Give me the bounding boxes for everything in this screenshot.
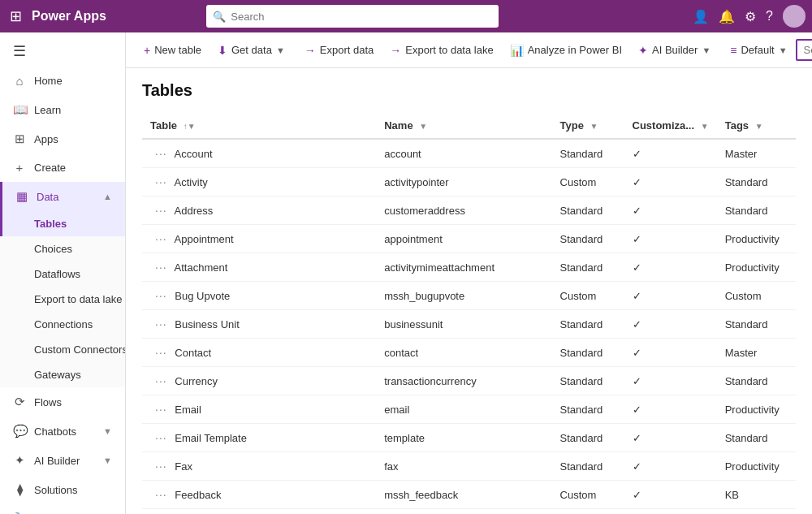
cell-type: Standard [552, 310, 624, 339]
table-row: ··· AppointmentappointmentStandard✓Produ… [142, 225, 796, 253]
sidebar-item-apps[interactable]: ⊞ Apps [0, 124, 125, 153]
apps-icon: ⊞ [13, 132, 26, 146]
sidebar-toggle[interactable]: ☰ [0, 36, 125, 67]
col-header-tags[interactable]: Tags ▼ [717, 113, 796, 139]
cell-tags: Standard [717, 310, 796, 339]
row-menu-button[interactable]: ··· [150, 231, 172, 247]
sidebar-item-gateways[interactable]: Gateways [0, 362, 125, 387]
cell-tags: KB [717, 481, 796, 509]
cell-table-name: ··· Email [142, 395, 376, 424]
sidebar-item-create[interactable]: + Create [0, 153, 125, 182]
cell-tags: Productivity [717, 253, 796, 282]
cell-table-name: ··· Bug Upvote [142, 282, 376, 310]
row-menu-button[interactable]: ··· [150, 259, 172, 275]
row-menu-button[interactable]: ··· [150, 316, 172, 332]
custom-connectors-label: Custom Connectors [34, 343, 126, 356]
new-table-icon: + [144, 44, 150, 57]
row-menu-button[interactable]: ··· [150, 430, 172, 446]
cell-type: Standard [552, 395, 624, 424]
export-data-label: Export data [320, 44, 374, 56]
export-data-button[interactable]: → Export data [296, 40, 382, 61]
row-menu-button[interactable]: ··· [150, 401, 172, 417]
cell-type: Standard [552, 452, 624, 481]
row-menu-button[interactable]: ··· [150, 373, 172, 389]
ai-builder-toolbar-button[interactable]: ✦ AI Builder ▼ [630, 40, 719, 61]
sidebar-item-learn[interactable]: 📖 Learn [0, 95, 125, 124]
notification-icon[interactable]: 🔔 [719, 9, 735, 24]
data-sub-menu: Tables Choices Dataflows Export to data … [0, 211, 125, 387]
power-bi-icon: 📊 [510, 44, 524, 57]
cell-tags: Productivity [717, 395, 796, 424]
row-menu-button[interactable]: ··· [150, 287, 172, 304]
row-menu-button[interactable]: ··· [150, 458, 172, 474]
top-navigation: ⊞ Power Apps 🔍 👤 🔔 ⚙ ? [0, 0, 812, 32]
cell-customizable: ✓ [624, 253, 717, 282]
sidebar-item-dataflows[interactable]: Dataflows [0, 261, 125, 287]
sidebar-label-flows: Flows [34, 396, 62, 408]
cell-tags: Productivity [717, 452, 796, 481]
check-icon: ✓ [633, 261, 641, 274]
export-data-lake-button[interactable]: → Export to data lake [382, 40, 501, 61]
sidebar-item-devtools[interactable]: 🔧 DevTools ▼ [0, 504, 125, 514]
sort-type-icon: ▼ [590, 122, 598, 131]
avatar[interactable] [783, 5, 806, 28]
cell-tags: Master [717, 339, 796, 367]
sidebar-item-chatbots[interactable]: 💬 Chatbots ▼ [0, 417, 125, 446]
default-icon: ≡ [730, 44, 736, 57]
grid-icon[interactable]: ⊞ [6, 4, 25, 28]
cell-name: account [376, 139, 551, 168]
sort-table-icon: ↑▼ [184, 122, 196, 131]
sidebar-item-home[interactable]: ⌂ Home [0, 67, 125, 95]
get-data-button[interactable]: ⬇ Get data ▼ [209, 40, 293, 61]
check-icon: ✓ [633, 233, 641, 245]
row-menu-button[interactable]: ··· [150, 145, 172, 162]
row-menu-button[interactable]: ··· [150, 344, 172, 361]
new-table-button[interactable]: + New table [136, 40, 209, 61]
sidebar-item-custom-connectors[interactable]: Custom Connectors [0, 337, 125, 362]
sidebar-item-choices[interactable]: Choices [0, 236, 125, 261]
sidebar-item-connections[interactable]: Connections [0, 312, 125, 337]
row-menu-button[interactable]: ··· [150, 202, 172, 218]
sidebar: ☰ ⌂ Home 📖 Learn ⊞ Apps + Create ▦ Data … [0, 32, 126, 514]
cell-table-name: ··· Business Unit [142, 310, 376, 339]
settings-icon[interactable]: ⚙ [745, 9, 756, 24]
dataflows-label: Dataflows [34, 268, 80, 280]
sidebar-item-solutions[interactable]: ⧫ Solutions [0, 475, 125, 504]
check-icon: ✓ [633, 318, 641, 330]
search-input[interactable] [231, 11, 492, 23]
cell-tags: Standard [717, 168, 796, 197]
cell-name: activitypointer [376, 168, 551, 197]
col-header-type[interactable]: Type ▼ [552, 113, 624, 139]
app-layout: ☰ ⌂ Home 📖 Learn ⊞ Apps + Create ▦ Data … [0, 32, 812, 514]
cell-table-name: ··· Appointment [142, 225, 376, 253]
sidebar-item-flows[interactable]: ⟳ Flows [0, 387, 125, 417]
environment-icon[interactable]: 👤 [693, 9, 709, 24]
cell-name: appointment [376, 225, 551, 253]
col-header-name[interactable]: Name ▼ [376, 113, 551, 139]
row-menu-button[interactable]: ··· [150, 486, 172, 503]
analyze-power-bi-button[interactable]: 📊 Analyze in Power BI [502, 40, 630, 61]
new-table-label: New table [154, 44, 201, 56]
learn-icon: 📖 [13, 102, 26, 117]
table-row: ··· CurrencytransactioncurrencyStandard✓… [142, 367, 796, 395]
page-title: Tables [142, 81, 796, 100]
gateways-label: Gateways [34, 369, 81, 381]
cell-name: mssh_bugupvote [376, 282, 551, 310]
col-header-customizable[interactable]: Customiza... ▼ [624, 113, 717, 139]
sidebar-item-export-data-lake[interactable]: Export to data lake [0, 287, 125, 312]
default-button[interactable]: ≡ Default ▼ [722, 40, 795, 61]
sidebar-item-tables[interactable]: Tables [0, 211, 125, 236]
get-data-icon: ⬇ [218, 44, 227, 57]
sidebar-item-ai-builder[interactable]: ✦ AI Builder ▼ [0, 446, 125, 475]
col-header-table[interactable]: Table ↑▼ [142, 113, 376, 139]
cell-table-name: ··· Feedback [142, 481, 376, 509]
connections-label: Connections [34, 318, 93, 330]
search-icon: 🔍 [213, 11, 226, 23]
table-row: ··· Bug Upvotemssh_bugupvoteCustom✓Custo… [142, 282, 796, 310]
sidebar-item-data[interactable]: ▦ Data ▲ [0, 182, 125, 211]
help-icon[interactable]: ? [766, 9, 773, 24]
table-search-input[interactable] [796, 39, 812, 61]
row-menu-button[interactable]: ··· [150, 174, 172, 190]
table-row: ··· FaxfaxStandard✓Productivity [142, 452, 796, 481]
get-data-label: Get data [231, 44, 272, 56]
